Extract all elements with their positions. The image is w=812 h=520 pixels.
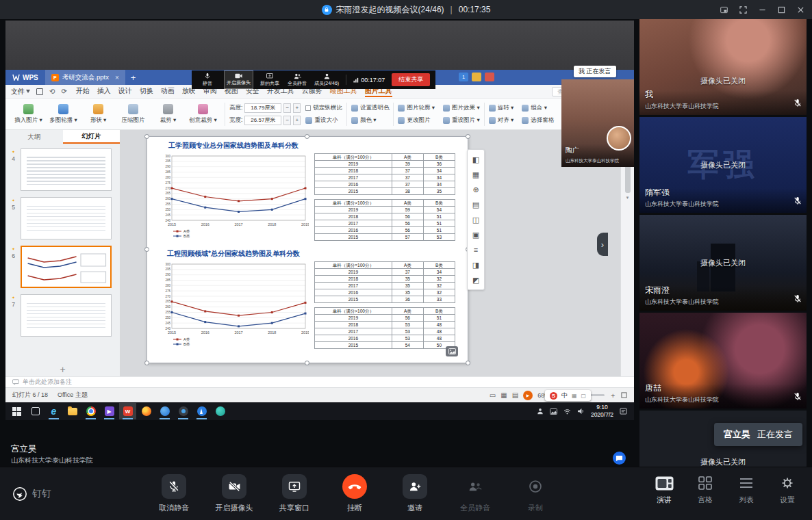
svg-text:2018: 2018 [268, 222, 276, 226]
add-slide-button: + [5, 363, 120, 376]
year-cell: 2018 [315, 213, 392, 220]
svg-text:280: 280 [165, 176, 170, 179]
year-cell: 2017 [315, 283, 392, 289]
b-score-cell: 32 [423, 276, 455, 283]
b-score-cell: 51 [423, 315, 455, 322]
minimize-icon[interactable] [758, 5, 767, 14]
hangup-icon [347, 479, 362, 494]
year-cell: 2018 [315, 168, 392, 174]
taskbar-clock: 9:10 2020/7/2 [591, 404, 613, 418]
ribbon-divider [346, 103, 347, 126]
participant-org: 山东科技大学泰山科技学院 [645, 298, 719, 307]
a-score-cell: 37 [392, 269, 423, 276]
ribbon-button: 创意裁剪 ▾ [186, 104, 220, 125]
notes-bar: 单击此处添加备注 [5, 376, 634, 387]
invite-button[interactable]: 邀请 [385, 474, 445, 513]
wps-statusbar: 幻灯片 6 / 18 Office 主题 ▭ ▦ ▤ ▶ 68% − ＋ [5, 387, 634, 402]
tab-close-icon: × [115, 74, 119, 81]
participant-name: 隋军强 [645, 187, 670, 198]
b-score-cell: 51 [423, 213, 455, 220]
mic-off-icon [794, 391, 802, 404]
width-field: 26.57厘米 [244, 116, 281, 125]
close-icon[interactable] [796, 5, 805, 14]
table-header-cell: A类 [392, 154, 423, 161]
a-score-cell: 35 [392, 276, 423, 283]
camera-on-button[interactable]: 开启摄像头 [204, 474, 264, 513]
participant-tile[interactable]: 军强 摄像头已关闭 隋军强 山东科技大学泰山科技学院 [639, 117, 807, 213]
ribbon-button: 压缩图片 [116, 104, 151, 125]
camera-off-icon [227, 480, 242, 493]
table-header-row: 单科（满分>100分） A类 B类 [315, 308, 455, 315]
grid-view-button[interactable]: 宫格 [690, 476, 720, 505]
b-score-cell: 53 [423, 234, 455, 241]
system-tray: 9:10 2020/7/2 [537, 404, 631, 418]
mic-off-icon [794, 294, 802, 306]
hangup-button[interactable]: 挂断 [325, 474, 385, 513]
svg-text:260: 260 [165, 305, 170, 309]
score-table: 单科（满分>100分） A类 B类 2019565120185348201753… [314, 307, 455, 349]
svg-text:240: 240 [165, 219, 170, 222]
messenger-app-icon [212, 403, 229, 419]
svg-text:2019: 2019 [301, 222, 309, 226]
speaker-view-icon [655, 476, 674, 491]
firefox-browser-icon [138, 403, 155, 419]
selection-handle [466, 361, 470, 365]
b-score-cell: 48 [423, 322, 455, 328]
mute-all-icon [468, 480, 483, 493]
table-header-cell: A类 [392, 262, 423, 269]
svg-text:290: 290 [165, 273, 170, 276]
ribbon-small-icon [522, 117, 529, 124]
chrome-beta-icon [175, 403, 192, 419]
speaking-tooltip: 宫立昊 正在发言 [714, 423, 802, 446]
selection-handle [305, 134, 309, 139]
a-score-cell: 37 [392, 181, 423, 188]
speaker-view-button[interactable]: 演讲 [649, 476, 679, 505]
maximize-icon[interactable] [777, 5, 786, 14]
share-members-button: 成员(24/46) [314, 71, 339, 88]
dingtalk-brand: 钉钉 [12, 486, 51, 502]
wps-ribbon: 插入图片 ▾多图轮播 ▾形状 ▾压缩图片裁剪 ▾创意裁剪 ▾ 高度: 18.79… [5, 99, 634, 130]
fullscreen-icon[interactable] [739, 5, 748, 14]
share-window-button[interactable]: 共享窗口 [264, 474, 325, 513]
b-score-cell: 34 [423, 168, 455, 174]
wps-menu-tab: 设计 [118, 86, 132, 97]
a-score-cell: 57 [392, 234, 423, 241]
year-cell: 2015 [315, 234, 392, 241]
window-controls [720, 0, 805, 19]
chat-button[interactable] [613, 452, 626, 465]
share-mute-button: 静音 [197, 71, 218, 88]
settings-button[interactable]: 设置 [772, 476, 802, 505]
year-cell: 2017 [315, 328, 392, 335]
wps-document-tab: P 考研交流会.pptx × [45, 70, 125, 85]
camera-off-label: 摄像头已关闭 [639, 258, 807, 268]
unmute-button[interactable]: 取消静音 [144, 474, 204, 513]
ribbon-button-icon [128, 104, 138, 114]
floating-speaker-tile: 陶广 山东科技大学泰山科技学院 [561, 79, 634, 167]
b-score-cell: 34 [423, 181, 455, 188]
score-tables: 单科（满分=100分） A类 B类 2019393620183734201737… [314, 152, 455, 241]
ribbon-button: 裁剪 ▾ [151, 104, 186, 125]
selection-handle [466, 134, 470, 139]
wps-file-menu: 文件 [11, 87, 30, 96]
table-header-cell: A类 [392, 200, 423, 207]
svg-text:280: 280 [165, 284, 170, 287]
participant-org: 山东科技大学泰山科技学院 [566, 158, 631, 164]
reset-size-icon [305, 117, 312, 124]
pip-icon[interactable] [720, 5, 728, 14]
height-field: 18.79厘米 [244, 103, 281, 113]
participant-tile[interactable]: 唐喆 山东科技大学泰山科技学院 [639, 313, 807, 408]
shared-screen-stage[interactable]: WPS P 考研交流会.pptx × + 1 文件 [5, 21, 634, 420]
slide-thumbnail [21, 197, 112, 239]
ribbon-small-icon [398, 117, 405, 124]
list-view-button[interactable]: 列表 [731, 476, 761, 505]
participant-tile[interactable]: 宫立昊 正在发言 摄像头已关闭 [639, 411, 807, 467]
slide-thumbnail-row: ✦7 [8, 294, 112, 337]
participant-tile[interactable]: 摄像头已关闭 宋雨澄 山东科技大学泰山科技学院 [639, 215, 807, 311]
ribbon-group-transparency: 设置透明色颜色 ▾ [351, 104, 390, 125]
shared-desktop-background [5, 21, 634, 70]
svg-text:255: 255 [165, 311, 170, 314]
participant-tile-me[interactable]: 摄像头已关闭 我 山东科技大学泰山科技学院 [639, 19, 807, 115]
a-score-cell: 53 [392, 335, 423, 342]
table-row: 20173734 [315, 174, 455, 181]
camera-off-label: 摄像头已关闭 [639, 160, 807, 170]
